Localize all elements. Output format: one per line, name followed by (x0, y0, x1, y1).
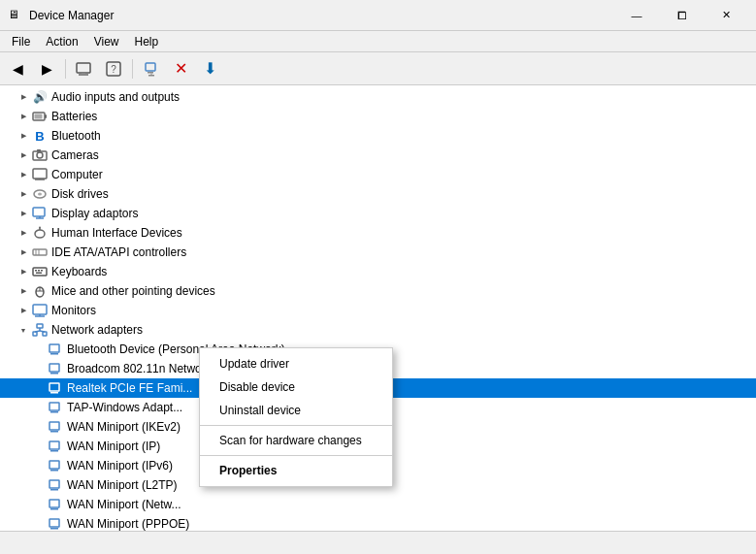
ctx-sep-1 (200, 425, 392, 426)
menu-action[interactable]: Action (38, 33, 85, 50)
menu-view[interactable]: View (86, 33, 127, 50)
network-icon (31, 321, 49, 339)
expander-audio[interactable] (16, 87, 31, 107)
svg-rect-63 (50, 508, 58, 510)
menu-file[interactable]: File (4, 33, 38, 50)
svg-rect-5 (146, 63, 155, 71)
menu-bar: File Action View Help (0, 31, 756, 52)
wan-ipv6-label: WAN Miniport (IPv6) (67, 459, 173, 473)
batteries-icon (31, 108, 49, 125)
display-label: Display adaptors (51, 207, 138, 220)
wan-l2tp-label: WAN Miniport (L2TP) (67, 478, 178, 492)
svg-rect-14 (37, 149, 41, 152)
toolbar-forward[interactable]: ▶ (33, 55, 60, 82)
expander-mice[interactable] (16, 281, 31, 301)
svg-rect-61 (50, 489, 58, 491)
expander-ide[interactable] (16, 243, 31, 262)
wan-ip-label: WAN Miniport (IP) (67, 440, 160, 453)
wan-ip-icon (47, 438, 64, 455)
computer-label: Computer (51, 168, 103, 181)
svg-rect-47 (50, 353, 58, 355)
tree-item-cameras[interactable]: Cameras (0, 146, 756, 165)
svg-rect-41 (33, 332, 37, 336)
keyboards-icon (31, 263, 49, 280)
close-button[interactable]: ✕ (704, 0, 748, 31)
bluetooth-net-icon (47, 341, 64, 358)
ctx-update-driver[interactable]: Update driver (200, 352, 392, 375)
expander-hid[interactable] (16, 223, 31, 243)
svg-rect-49 (50, 373, 58, 375)
svg-rect-0 (77, 63, 90, 73)
expander-network[interactable] (16, 320, 31, 340)
toolbar-devmgr[interactable] (71, 55, 98, 82)
ctx-scan-hardware[interactable]: Scan for hardware changes (200, 429, 392, 452)
tree-item-display[interactable]: Display adaptors (0, 204, 756, 223)
mice-label: Mice and other pointing devices (51, 284, 215, 298)
restore-button[interactable]: ⧠ (659, 0, 704, 31)
wan-l2tp-icon (47, 476, 64, 494)
broadcom-icon (47, 360, 64, 377)
svg-rect-37 (33, 305, 47, 314)
minimize-button[interactable]: — (614, 0, 659, 31)
svg-rect-10 (45, 114, 47, 118)
svg-rect-30 (35, 270, 37, 272)
wan-pppoe-label: WAN Miniport (PPPOE) (67, 517, 189, 531)
tree-item-monitors[interactable]: Monitors (0, 301, 756, 320)
tree-item-computer[interactable]: Computer (0, 165, 756, 184)
toolbar-scan[interactable] (138, 55, 165, 82)
wan-ikev2-label: WAN Miniport (IKEv2) (67, 420, 181, 434)
ctx-properties[interactable]: Properties (200, 459, 392, 482)
tree-item-audio[interactable]: 🔊 Audio inputs and outputs (0, 87, 756, 107)
menu-help[interactable]: Help (127, 33, 167, 50)
expander-computer[interactable] (16, 165, 31, 184)
expander-cameras[interactable] (16, 146, 31, 165)
tree-item-ide[interactable]: IDE ATA/ATAPI controllers (0, 243, 756, 262)
audio-icon: 🔊 (31, 88, 49, 106)
expander-keyboards[interactable] (16, 262, 31, 281)
tree-item-disk[interactable]: Disk drives (0, 184, 756, 204)
svg-rect-48 (49, 364, 59, 372)
expander-bluetooth-net (31, 340, 47, 359)
expander-display[interactable] (16, 204, 31, 223)
toolbar-back[interactable]: ◀ (4, 55, 31, 82)
tree-item-hid[interactable]: Human Interface Devices (0, 223, 756, 243)
ctx-uninstall-device[interactable]: Uninstall device (200, 399, 392, 422)
svg-rect-20 (33, 208, 45, 216)
svg-line-44 (35, 331, 40, 332)
tree-item-wan-netw[interactable]: WAN Miniport (Netw... (0, 495, 756, 514)
svg-rect-6 (148, 72, 153, 74)
wan-netw-label: WAN Miniport (Netw... (67, 498, 181, 511)
expander-wan-pppoe (31, 514, 47, 531)
svg-rect-51 (50, 392, 58, 394)
toolbar-update[interactable]: ⬇ (196, 55, 223, 82)
expander-bluetooth[interactable] (16, 126, 31, 146)
tree-item-mice[interactable]: Mice and other pointing devices (0, 281, 756, 301)
toolbar-uninstall[interactable]: ✕ (167, 55, 194, 82)
display-icon (31, 205, 49, 222)
tree-item-batteries[interactable]: Batteries (0, 107, 756, 126)
expander-wan-netw (31, 495, 47, 514)
svg-rect-55 (50, 431, 58, 433)
tree-item-keyboards[interactable]: Keyboards (0, 262, 756, 281)
svg-rect-58 (49, 461, 59, 469)
realtek-icon (47, 379, 64, 397)
tree-item-network[interactable]: Network adapters (0, 320, 756, 340)
cameras-icon (31, 147, 49, 164)
ctx-disable-device[interactable]: Disable device (200, 375, 392, 399)
wan-netw-icon (47, 496, 64, 513)
svg-rect-57 (50, 450, 58, 452)
expander-monitors[interactable] (16, 301, 31, 320)
toolbar-action2[interactable]: ? (100, 55, 127, 82)
svg-rect-60 (49, 480, 59, 488)
bluetooth-label: Bluetooth (51, 129, 101, 143)
bluetooth-icon: B (31, 127, 49, 145)
expander-disk[interactable] (16, 184, 31, 204)
expander-batteries[interactable] (16, 107, 31, 126)
svg-rect-42 (43, 332, 47, 336)
svg-rect-50 (49, 383, 59, 391)
ide-icon (31, 244, 49, 261)
tree-item-wan-pppoe[interactable]: WAN Miniport (PPPOE) (0, 514, 756, 531)
tap-icon (47, 399, 64, 416)
tree-item-bluetooth[interactable]: B Bluetooth (0, 126, 756, 146)
disk-label: Disk drives (51, 187, 109, 201)
